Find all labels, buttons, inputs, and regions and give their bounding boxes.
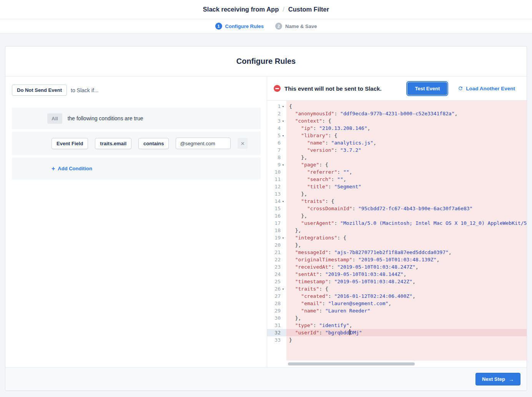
gutter-line: 1▾ xyxy=(267,103,286,110)
code-line[interactable]: "version": "3.7.2" xyxy=(286,146,527,154)
code-line[interactable]: "userId": "bgrqbddDMj" xyxy=(286,329,527,336)
code-line[interactable]: "anonymousId": "ddf9ecda-977b-4231-b000-… xyxy=(286,110,527,117)
breadcrumb-destination[interactable]: Slack receiving from App xyxy=(203,6,279,13)
fold-arrow-icon[interactable]: ▾ xyxy=(281,199,286,203)
fold-arrow-icon[interactable]: ▾ xyxy=(281,119,286,123)
code-line[interactable]: "crossDomainId": "95cbdd72-fc67-4b43-b90… xyxy=(286,205,527,212)
code-line[interactable]: "library": { xyxy=(286,132,527,139)
gutter-line: 31 xyxy=(267,322,286,329)
code-line[interactable]: "traits": { xyxy=(286,198,527,205)
code-line[interactable]: "sentAt": "2019-05-10T01:03:48.144Z", xyxy=(286,271,527,278)
preview-header: This event will not be sent to Slack. Te… xyxy=(267,76,527,101)
gutter-line: 21 xyxy=(267,249,286,256)
plus-icon: + xyxy=(52,166,55,172)
code-line[interactable]: "title": "Segment" xyxy=(286,183,527,190)
code-line[interactable]: "messageId": "ajs-7b8270771eb2f1f8a87eed… xyxy=(286,249,527,256)
code-line[interactable]: "originalTimestamp": "2019-05-10T01:03:4… xyxy=(286,256,527,263)
code-line[interactable]: "email": "lauren@segment.com", xyxy=(286,300,527,307)
fold-arrow-icon[interactable]: ▾ xyxy=(281,134,286,138)
card-header: Configure Rules xyxy=(5,47,527,76)
editor-code[interactable]: { "anonymousId": "ddf9ecda-977b-4231-b00… xyxy=(286,101,527,360)
code-line[interactable]: "name": "analytics.js", xyxy=(286,139,527,146)
code-line[interactable]: "userAgent": "Mozilla/5.0 (Macintosh; In… xyxy=(286,219,527,227)
arrow-right-icon: → xyxy=(509,377,514,382)
code-line[interactable]: "type": "identify", xyxy=(286,322,527,329)
gutter-line: 17 xyxy=(267,219,286,227)
condition-field-path-dropdown[interactable]: traits.email xyxy=(95,138,131,149)
add-condition-row: + Add Condition xyxy=(12,158,261,179)
code-line[interactable]: "traits": { xyxy=(286,285,527,292)
steps-bar: 1 Configure Rules 2 Name & Save xyxy=(0,19,532,33)
code-line[interactable]: }, xyxy=(286,154,527,161)
line-number: 15 xyxy=(274,206,281,211)
condition-operator-dropdown[interactable]: contains xyxy=(138,138,169,149)
condition-group-header: All the following conditions are true xyxy=(12,108,261,129)
fold-arrow-icon[interactable]: ▾ xyxy=(281,105,286,108)
test-event-button[interactable]: Test Event xyxy=(407,82,447,95)
gutter-line: 14▾ xyxy=(267,198,286,205)
gutter-line: 2 xyxy=(267,110,286,117)
fold-arrow-icon[interactable]: ▾ xyxy=(281,287,286,291)
code-line[interactable]: "referrer": "", xyxy=(286,168,527,176)
step-2-badge: 2 xyxy=(275,23,282,30)
code-line[interactable]: "created": "2016-01-12T02:24:06.400Z", xyxy=(286,292,527,300)
line-number: 26 xyxy=(274,286,281,292)
code-line[interactable]: }, xyxy=(286,227,527,234)
step-1-badge: 1 xyxy=(215,23,222,30)
code-line[interactable]: "name": "Lauren Reeder" xyxy=(286,307,527,314)
line-number: 13 xyxy=(274,191,281,197)
load-another-event-link[interactable]: Load Another Event xyxy=(458,86,515,91)
condition-row: Event Field traits.email contains × xyxy=(12,131,261,155)
gutter-line: 20 xyxy=(267,241,286,249)
gutter-line: 15 xyxy=(267,205,286,212)
code-line[interactable]: "receivedAt": "2019-05-10T01:03:48.247Z"… xyxy=(286,263,527,271)
line-number: 5 xyxy=(278,133,281,138)
filter-action-dropdown[interactable]: Do Not Send Event xyxy=(12,85,67,96)
gutter-line: 29 xyxy=(267,307,286,314)
line-number: 11 xyxy=(274,176,281,182)
code-line[interactable]: { xyxy=(286,103,527,110)
code-line[interactable]: "context": { xyxy=(286,117,527,125)
code-line[interactable]: }, xyxy=(286,190,527,198)
line-number: 22 xyxy=(274,257,281,262)
gutter-line: 28 xyxy=(267,300,286,307)
line-number: 21 xyxy=(274,249,281,255)
condition-value-input[interactable] xyxy=(176,138,231,149)
add-condition-button[interactable]: + Add Condition xyxy=(52,166,92,172)
code-line[interactable]: }, xyxy=(286,314,527,322)
line-number: 18 xyxy=(274,228,281,233)
code-line[interactable]: "integrations": { xyxy=(286,234,527,241)
horizontal-scrollbar-thumb[interactable] xyxy=(288,362,415,365)
condition-group: All the following conditions are true Ev… xyxy=(12,108,261,179)
code-line[interactable]: } xyxy=(286,336,527,344)
remove-condition-button[interactable]: × xyxy=(238,138,248,149)
step-name-save[interactable]: 2 Name & Save xyxy=(275,23,317,30)
line-number: 25 xyxy=(274,279,281,284)
code-line[interactable]: }, xyxy=(286,212,527,219)
line-number: 3 xyxy=(278,118,281,124)
event-preview-panel: This event will not be sent to Slack. Te… xyxy=(267,76,527,367)
line-number: 16 xyxy=(274,213,281,219)
next-step-button[interactable]: Next Step → xyxy=(475,373,520,385)
fold-arrow-icon[interactable]: ▾ xyxy=(281,163,286,167)
close-icon: × xyxy=(241,140,244,147)
filter-builder-panel: Do Not Send Event to Slack if... All the… xyxy=(5,76,267,367)
code-line[interactable]: "page": { xyxy=(286,161,527,168)
group-operator-badge[interactable]: All xyxy=(47,113,62,124)
fold-arrow-icon[interactable]: ▾ xyxy=(281,236,286,240)
step-configure-rules[interactable]: 1 Configure Rules xyxy=(215,23,264,30)
condition-field-type-dropdown[interactable]: Event Field xyxy=(52,138,88,149)
code-line[interactable]: }, xyxy=(286,241,527,249)
json-editor[interactable]: 1▾23▾45▾6789▾1011121314▾1516171819▾20212… xyxy=(267,101,527,367)
breadcrumb-current: Custom Filter xyxy=(288,6,329,13)
step-2-label: Name & Save xyxy=(285,23,317,29)
code-line[interactable]: "search": "", xyxy=(286,176,527,183)
line-number: 31 xyxy=(274,322,281,328)
code-line[interactable]: "ip": "210.13.208.146", xyxy=(286,125,527,132)
gutter-line: 27 xyxy=(267,292,286,300)
gutter-line: 12 xyxy=(267,183,286,190)
code-line[interactable]: "timestamp": "2019-05-10T01:03:48.242Z", xyxy=(286,278,527,285)
gutter-line: 26▾ xyxy=(267,285,286,292)
event-status-message: This event will not be sent to Slack. xyxy=(284,85,404,92)
gutter-line: 24 xyxy=(267,271,286,278)
